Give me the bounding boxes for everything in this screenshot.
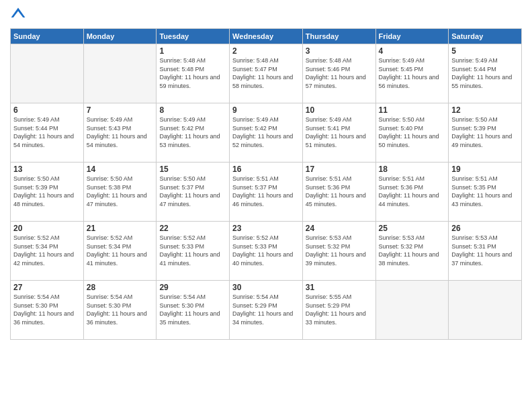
logo [10,7,29,23]
sunrise: Sunrise: 5:51 AM [232,175,279,182]
daylight: Daylight: 11 hours and 51 minutes. [306,133,366,148]
day-cell [375,281,449,340]
daylight: Daylight: 11 hours and 55 minutes. [451,74,512,89]
sunset: Sunset: 5:34 PM [13,243,58,250]
day-number: 10 [306,105,373,115]
day-info: Sunrise: 5:53 AM Sunset: 5:31 PM Dayligh… [451,234,519,267]
column-header-friday: Friday [375,29,449,44]
daylight: Daylight: 11 hours and 36 minutes. [87,310,147,326]
daylight: Daylight: 11 hours and 49 minutes. [451,133,512,148]
sunrise: Sunrise: 5:49 AM [232,116,279,123]
day-cell: 10 Sunrise: 5:49 AM Sunset: 5:41 PM Dayl… [302,103,375,163]
day-number: 22 [159,224,226,233]
day-info: Sunrise: 5:53 AM Sunset: 5:32 PM Dayligh… [306,234,373,267]
day-number: 2 [232,46,300,56]
sunset: Sunset: 5:41 PM [306,125,351,132]
day-cell: 20 Sunrise: 5:52 AM Sunset: 5:34 PM Dayl… [11,222,84,281]
day-number: 14 [87,165,154,174]
day-number: 15 [159,165,226,174]
daylight: Daylight: 11 hours and 57 minutes. [306,74,366,89]
day-info: Sunrise: 5:52 AM Sunset: 5:33 PM Dayligh… [232,234,300,267]
sunrise: Sunrise: 5:51 AM [379,175,425,182]
daylight: Daylight: 11 hours and 47 minutes. [159,192,220,208]
day-number: 19 [451,165,519,174]
day-cell: 6 Sunrise: 5:49 AM Sunset: 5:44 PM Dayli… [11,103,84,163]
daylight: Daylight: 11 hours and 54 minutes. [13,133,74,148]
sunset: Sunset: 5:44 PM [451,66,496,73]
sunset: Sunset: 5:29 PM [232,302,277,309]
sunrise: Sunrise: 5:50 AM [87,175,133,182]
day-info: Sunrise: 5:49 AM Sunset: 5:42 PM Dayligh… [159,116,226,149]
sunrise: Sunrise: 5:54 AM [232,293,279,300]
sunrise: Sunrise: 5:49 AM [13,116,60,123]
day-info: Sunrise: 5:49 AM Sunset: 5:41 PM Dayligh… [306,116,373,149]
sunrise: Sunrise: 5:54 AM [13,293,60,300]
sunset: Sunset: 5:38 PM [87,184,132,191]
day-info: Sunrise: 5:53 AM Sunset: 5:32 PM Dayligh… [379,234,446,267]
sunrise: Sunrise: 5:50 AM [159,175,206,182]
daylight: Daylight: 11 hours and 47 minutes. [87,192,147,208]
day-cell [83,44,157,103]
day-cell: 31 Sunrise: 5:55 AM Sunset: 5:29 PM Dayl… [302,281,375,340]
day-cell: 14 Sunrise: 5:50 AM Sunset: 5:38 PM Dayl… [83,163,157,222]
day-info: Sunrise: 5:54 AM Sunset: 5:29 PM Dayligh… [232,293,300,326]
header-row: SundayMondayTuesdayWednesdayThursdayFrid… [11,29,522,44]
sunset: Sunset: 5:44 PM [13,125,58,132]
day-number: 6 [13,105,81,115]
daylight: Daylight: 11 hours and 46 minutes. [232,192,293,208]
day-number: 17 [306,165,373,174]
day-cell: 15 Sunrise: 5:50 AM Sunset: 5:37 PM Dayl… [157,163,230,222]
sunset: Sunset: 5:48 PM [159,66,204,73]
day-cell: 29 Sunrise: 5:54 AM Sunset: 5:30 PM Dayl… [157,281,230,340]
daylight: Daylight: 11 hours and 33 minutes. [306,310,366,326]
sunrise: Sunrise: 5:53 AM [306,234,352,241]
sunset: Sunset: 5:33 PM [232,243,277,250]
day-cell: 3 Sunrise: 5:48 AM Sunset: 5:46 PM Dayli… [302,44,375,103]
day-number: 8 [159,105,226,115]
day-cell [449,281,522,340]
sunset: Sunset: 5:39 PM [13,184,58,191]
sunset: Sunset: 5:42 PM [159,125,204,132]
week-row-2: 6 Sunrise: 5:49 AM Sunset: 5:44 PM Dayli… [11,103,522,163]
day-cell: 16 Sunrise: 5:51 AM Sunset: 5:37 PM Dayl… [230,163,303,222]
day-number: 18 [379,165,446,174]
day-info: Sunrise: 5:48 AM Sunset: 5:47 PM Dayligh… [232,56,300,90]
column-header-sunday: Sunday [11,29,84,44]
day-info: Sunrise: 5:49 AM Sunset: 5:42 PM Dayligh… [232,116,300,149]
sunrise: Sunrise: 5:52 AM [159,234,206,241]
day-cell: 1 Sunrise: 5:48 AM Sunset: 5:48 PM Dayli… [157,44,230,103]
daylight: Daylight: 11 hours and 58 minutes. [232,74,293,89]
day-number: 20 [13,224,81,233]
day-number: 26 [451,224,519,233]
column-header-saturday: Saturday [449,29,522,44]
sunrise: Sunrise: 5:54 AM [87,293,133,300]
sunrise: Sunrise: 5:48 AM [232,57,279,64]
day-cell: 17 Sunrise: 5:51 AM Sunset: 5:36 PM Dayl… [302,163,375,222]
daylight: Daylight: 11 hours and 37 minutes. [451,251,512,267]
day-number: 7 [87,105,154,115]
calendar-body: 1 Sunrise: 5:48 AM Sunset: 5:48 PM Dayli… [11,44,522,340]
day-number: 4 [379,46,446,56]
day-number: 28 [87,283,154,292]
day-cell: 5 Sunrise: 5:49 AM Sunset: 5:44 PM Dayli… [449,44,522,103]
sunset: Sunset: 5:33 PM [159,243,204,250]
day-number: 25 [379,224,446,233]
sunrise: Sunrise: 5:48 AM [306,57,352,64]
sunset: Sunset: 5:30 PM [13,302,58,309]
day-info: Sunrise: 5:50 AM Sunset: 5:39 PM Dayligh… [13,175,81,208]
day-info: Sunrise: 5:54 AM Sunset: 5:30 PM Dayligh… [13,293,81,326]
day-info: Sunrise: 5:52 AM Sunset: 5:34 PM Dayligh… [87,234,154,267]
day-cell: 24 Sunrise: 5:53 AM Sunset: 5:32 PM Dayl… [302,222,375,281]
day-info: Sunrise: 5:52 AM Sunset: 5:34 PM Dayligh… [13,234,81,267]
day-info: Sunrise: 5:54 AM Sunset: 5:30 PM Dayligh… [159,293,226,326]
page: SundayMondayTuesdayWednesdayThursdayFrid… [0,0,532,411]
week-row-4: 20 Sunrise: 5:52 AM Sunset: 5:34 PM Dayl… [11,222,522,281]
week-row-5: 27 Sunrise: 5:54 AM Sunset: 5:30 PM Dayl… [11,281,522,340]
daylight: Daylight: 11 hours and 52 minutes. [232,133,293,148]
daylight: Daylight: 11 hours and 39 minutes. [306,251,366,267]
day-info: Sunrise: 5:49 AM Sunset: 5:45 PM Dayligh… [379,56,446,90]
daylight: Daylight: 11 hours and 41 minutes. [87,251,147,267]
day-cell: 4 Sunrise: 5:49 AM Sunset: 5:45 PM Dayli… [375,44,449,103]
sunset: Sunset: 5:47 PM [232,66,277,73]
sunrise: Sunrise: 5:53 AM [379,234,425,241]
